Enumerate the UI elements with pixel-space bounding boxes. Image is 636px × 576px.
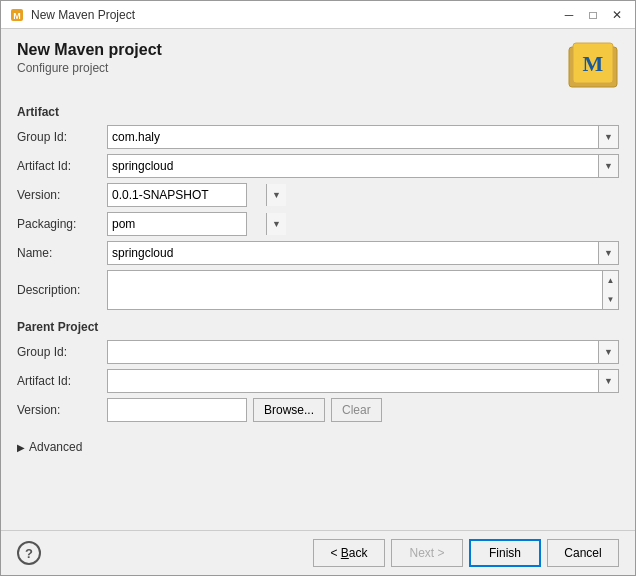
dialog-title: New Maven project: [17, 41, 559, 59]
svg-text:M: M: [13, 11, 21, 21]
parent-form: Group Id: ▼ Artifact Id: ▼ Version: ▼: [17, 340, 619, 422]
maven-logo: M: [567, 41, 619, 93]
parent-artifact-id-arrow[interactable]: ▼: [598, 370, 618, 392]
artifact-id-label: Artifact Id:: [17, 159, 107, 173]
footer-buttons: < Back Next > Finish Cancel: [313, 539, 619, 567]
finish-button[interactable]: Finish: [469, 539, 541, 567]
artifact-id-input[interactable]: [108, 155, 598, 177]
description-scrollbar: ▲ ▼: [602, 271, 618, 309]
packaging-combo[interactable]: ▼: [107, 212, 247, 236]
window-title: New Maven Project: [31, 8, 559, 22]
parent-version-combo[interactable]: ▼: [107, 398, 247, 422]
packaging-label: Packaging:: [17, 217, 107, 231]
window-icon: M: [9, 7, 25, 23]
artifact-id-combo[interactable]: ▼: [107, 154, 619, 178]
parent-version-row: ▼ Browse... Clear: [107, 398, 619, 422]
parent-group-id-combo[interactable]: ▼: [107, 340, 619, 364]
description-label: Description:: [17, 283, 107, 297]
parent-section-title: Parent Project: [17, 320, 619, 334]
dialog-header: New Maven project Configure project M: [17, 41, 619, 93]
minimize-button[interactable]: ─: [559, 5, 579, 25]
window-controls: ─ □ ✕: [559, 5, 627, 25]
svg-text:M: M: [583, 51, 604, 76]
group-id-arrow[interactable]: ▼: [598, 126, 618, 148]
scroll-up-btn[interactable]: ▲: [603, 271, 618, 290]
description-wrap: ▲ ▼: [107, 270, 619, 310]
version-input[interactable]: [108, 186, 266, 204]
parent-artifact-id-combo[interactable]: ▼: [107, 369, 619, 393]
clear-button[interactable]: Clear: [331, 398, 382, 422]
help-icon: ?: [25, 546, 33, 561]
browse-button[interactable]: Browse...: [253, 398, 325, 422]
cancel-button[interactable]: Cancel: [547, 539, 619, 567]
finish-label: Finish: [489, 546, 521, 560]
parent-version-input[interactable]: [108, 401, 266, 419]
description-input[interactable]: [108, 271, 602, 309]
advanced-label: Advanced: [29, 440, 82, 454]
advanced-arrow-icon: ▶: [17, 442, 25, 453]
version-arrow[interactable]: ▼: [266, 184, 286, 206]
name-arrow[interactable]: ▼: [598, 242, 618, 264]
packaging-arrow[interactable]: ▼: [266, 213, 286, 235]
dialog-footer: ? < Back Next > Finish Cancel: [1, 530, 635, 575]
next-button[interactable]: Next >: [391, 539, 463, 567]
back-button[interactable]: < Back: [313, 539, 385, 567]
group-id-label: Group Id:: [17, 130, 107, 144]
scroll-down-btn[interactable]: ▼: [603, 290, 618, 309]
packaging-input[interactable]: [108, 215, 266, 233]
artifact-id-arrow[interactable]: ▼: [598, 155, 618, 177]
packaging-row: ▼: [107, 212, 619, 236]
help-button[interactable]: ?: [17, 541, 41, 565]
dialog-subtitle: Configure project: [17, 61, 559, 75]
parent-version-label: Version:: [17, 403, 107, 417]
parent-artifact-id-label: Artifact Id:: [17, 374, 107, 388]
version-row: ▼: [107, 183, 619, 207]
name-label: Name:: [17, 246, 107, 260]
parent-group-id-label: Group Id:: [17, 345, 107, 359]
group-id-input[interactable]: [108, 126, 598, 148]
next-label: Next >: [409, 546, 444, 560]
maximize-button[interactable]: □: [583, 5, 603, 25]
content-area: New Maven project Configure project M Ar…: [1, 29, 635, 530]
parent-group-id-input[interactable]: [108, 341, 598, 363]
back-label: < Back: [330, 546, 367, 560]
advanced-row[interactable]: ▶ Advanced: [17, 440, 619, 454]
parent-group-id-arrow[interactable]: ▼: [598, 341, 618, 363]
close-button[interactable]: ✕: [607, 5, 627, 25]
title-bar: M New Maven Project ─ □ ✕: [1, 1, 635, 29]
name-combo[interactable]: ▼: [107, 241, 619, 265]
version-combo[interactable]: ▼: [107, 183, 247, 207]
artifact-section-title: Artifact: [17, 105, 619, 119]
artifact-section: Artifact Group Id: ▼ Artifact Id: ▼ Vers…: [17, 105, 619, 310]
header-text: New Maven project Configure project: [17, 41, 559, 75]
parent-section: Parent Project Group Id: ▼ Artifact Id: …: [17, 320, 619, 422]
version-label: Version:: [17, 188, 107, 202]
artifact-form: Group Id: ▼ Artifact Id: ▼ Version: ▼: [17, 125, 619, 310]
parent-artifact-id-input[interactable]: [108, 370, 598, 392]
name-input[interactable]: [108, 242, 598, 264]
group-id-combo[interactable]: ▼: [107, 125, 619, 149]
window: M New Maven Project ─ □ ✕ New Maven proj…: [0, 0, 636, 576]
